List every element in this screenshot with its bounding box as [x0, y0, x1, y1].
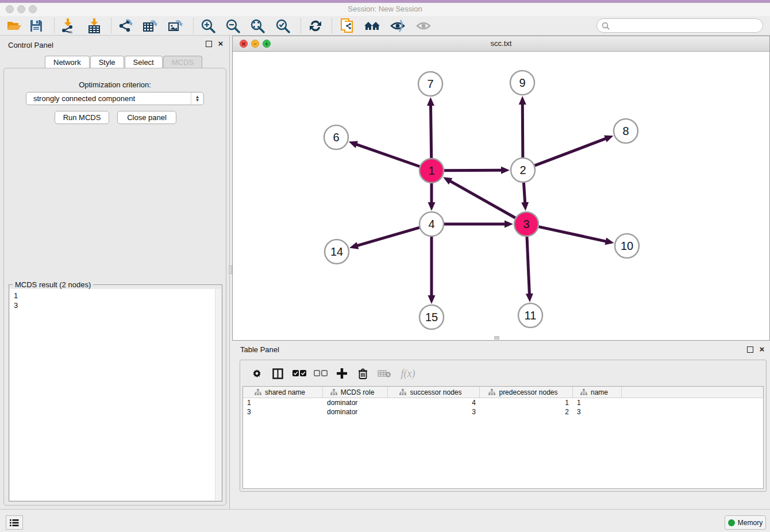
delete-column-icon[interactable]: [352, 368, 374, 379]
tab-select[interactable]: Select: [125, 56, 163, 68]
zoom-selected-icon[interactable]: [273, 17, 292, 34]
mcds-result-text[interactable]: 13: [10, 289, 215, 500]
table-cell[interactable]: 1: [573, 398, 622, 407]
svg-text:10: 10: [621, 240, 633, 252]
edge-1-7[interactable]: [430, 104, 431, 158]
column-header-predecessor-nodes[interactable]: predecessor nodes: [480, 387, 573, 398]
memory-button[interactable]: Memory: [725, 515, 766, 530]
tab-network[interactable]: Network: [45, 56, 90, 68]
network-graph[interactable]: 7968124314101511: [233, 52, 769, 340]
search-input[interactable]: [613, 21, 763, 30]
import-table-icon[interactable]: [84, 17, 104, 34]
graph-node-1[interactable]: 1: [419, 159, 444, 183]
column-header-shared-name[interactable]: shared name: [243, 387, 323, 398]
table-row[interactable]: 1dominator411: [243, 398, 763, 407]
table-cell[interactable]: 2: [480, 407, 573, 417]
table-panel: Table Panel ×: [232, 341, 770, 509]
graph-node-7[interactable]: 7: [418, 72, 442, 96]
table-cell[interactable]: dominator: [323, 407, 388, 417]
graph-node-9[interactable]: 9: [510, 71, 534, 95]
table-cell[interactable]: 3: [388, 407, 480, 417]
dropdown-stepper-icon: ▲▼: [191, 92, 203, 105]
import-network-icon[interactable]: [58, 17, 78, 34]
graph-node-3[interactable]: 3: [514, 212, 538, 236]
close-panel-button[interactable]: Close panel: [117, 111, 176, 124]
table-cell[interactable]: 3: [243, 407, 323, 417]
function-builder-icon[interactable]: f(x): [395, 368, 421, 380]
edge-arrowhead: [349, 242, 359, 249]
graph-node-11[interactable]: 11: [518, 303, 542, 327]
delete-table-icon[interactable]: [374, 369, 395, 378]
table-cell[interactable]: 4: [388, 398, 480, 407]
export-image-icon[interactable]: [165, 17, 185, 34]
main-toolbar: [0, 16, 770, 36]
zoom-out-icon[interactable]: [223, 17, 242, 34]
edge-2-8[interactable]: [535, 138, 607, 165]
column-header-name[interactable]: name: [573, 387, 622, 398]
criterion-value: strongly connected component: [33, 94, 135, 103]
clone-network-icon[interactable]: [338, 17, 357, 34]
graph-node-14[interactable]: 14: [325, 240, 349, 264]
graph-node-10[interactable]: 10: [615, 234, 639, 258]
graph-node-6[interactable]: 6: [324, 125, 348, 149]
export-table-icon[interactable]: [140, 17, 160, 34]
tab-style[interactable]: Style: [90, 56, 124, 68]
split-columns-icon[interactable]: [267, 368, 288, 379]
column-header-MCDS-role[interactable]: MCDS role: [323, 387, 388, 398]
select-all-icon[interactable]: [288, 370, 310, 377]
save-session-icon[interactable]: [26, 17, 46, 34]
edge-3-10[interactable]: [538, 227, 607, 242]
splitter-handle[interactable]: [229, 265, 232, 274]
export-network-icon[interactable]: [116, 17, 135, 34]
edge-4-14[interactable]: [356, 228, 419, 246]
search-field-container: [596, 18, 763, 33]
edge-3-11[interactable]: [527, 237, 529, 295]
edge-arrowhead: [521, 202, 529, 211]
float-panel-icon[interactable]: [206, 41, 212, 47]
open-session-icon[interactable]: [5, 17, 24, 34]
graph-node-2[interactable]: 2: [511, 158, 535, 182]
edge-arrowhead: [526, 294, 533, 302]
toolbar-separator: [301, 18, 301, 33]
table-cell[interactable]: 1: [480, 398, 573, 407]
hide-selected-icon[interactable]: [388, 17, 407, 34]
graph-node-4[interactable]: 4: [419, 212, 444, 236]
refresh-view-icon[interactable]: [306, 17, 325, 34]
tab-mcds[interactable]: MCDS: [163, 56, 202, 68]
graph-node-15[interactable]: 15: [419, 305, 444, 329]
table-body: 1dominator4113dominator323: [243, 398, 763, 417]
table-row[interactable]: 3dominator323: [243, 407, 763, 417]
zoom-fit-icon[interactable]: [248, 17, 267, 34]
first-neighbors-icon[interactable]: [363, 17, 382, 34]
zoom-in-icon[interactable]: [198, 17, 218, 34]
memory-status-icon: [728, 519, 735, 526]
deselect-all-icon[interactable]: [310, 370, 331, 377]
graph-node-8[interactable]: 8: [614, 119, 638, 143]
network-window-titlebar[interactable]: ✕ − + scc.txt: [233, 36, 769, 52]
edge-1-2[interactable]: [444, 170, 503, 171]
edge-2-9[interactable]: [522, 103, 523, 157]
result-scrollbar[interactable]: [215, 289, 221, 500]
criterion-dropdown[interactable]: strongly connected component ▲▼: [26, 92, 204, 105]
table-cell[interactable]: 3: [573, 407, 622, 417]
task-history-button[interactable]: [6, 515, 23, 530]
add-column-icon[interactable]: [331, 368, 352, 379]
mcds-result-title: MCDS result (2 nodes): [13, 280, 93, 289]
show-all-icon[interactable]: [414, 17, 433, 34]
close-panel-icon[interactable]: ×: [217, 40, 225, 48]
edge-1-6[interactable]: [355, 144, 419, 167]
edge-2-3[interactable]: [523, 183, 525, 204]
edge-arrowhead: [349, 141, 358, 148]
table-cell[interactable]: dominator: [323, 398, 388, 407]
column-header-successor-nodes[interactable]: successor nodes: [388, 387, 480, 398]
network-canvas[interactable]: 7968124314101511: [233, 52, 769, 340]
edge-3-1[interactable]: [449, 180, 515, 218]
mcds-panel: Optimization criterion: strongly connect…: [3, 68, 226, 506]
table-cell[interactable]: 1: [243, 398, 323, 407]
run-mcds-button[interactable]: Run MCDS: [55, 111, 109, 124]
canvas-scroll-handle[interactable]: [494, 336, 499, 340]
close-table-panel-icon[interactable]: ×: [758, 345, 766, 353]
float-table-panel-icon[interactable]: [747, 346, 753, 353]
table-settings-icon[interactable]: [246, 368, 267, 379]
edge-arrowhead: [428, 202, 436, 211]
